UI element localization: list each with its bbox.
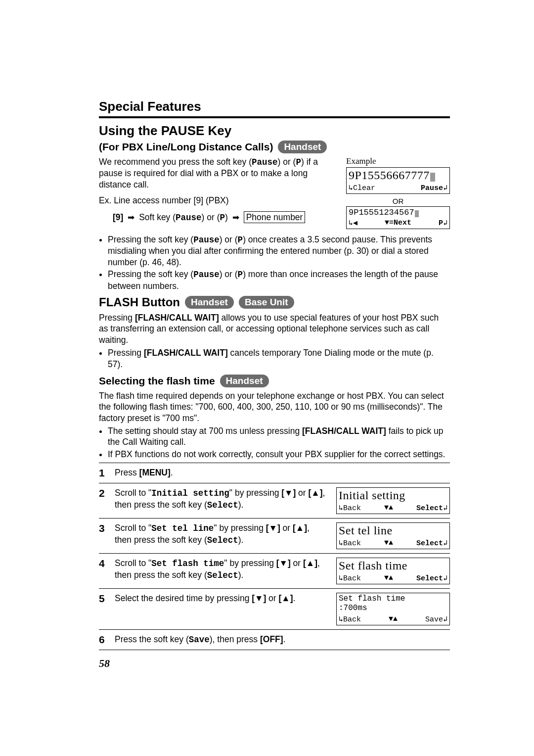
softkey-arrow-right-icon: ↲ xyxy=(443,504,447,513)
softkey-arrow-right-icon: ↲ xyxy=(443,219,447,228)
s3down: [▼] xyxy=(266,523,280,533)
s6save: Save xyxy=(189,635,210,645)
pause-subheading: (For PBX Line/Long Distance Calls) xyxy=(99,141,273,153)
selecting-bullet-2: If PBX functions do not work correctly, … xyxy=(108,449,450,460)
arrow-icon: ➡ xyxy=(128,212,134,223)
s5-lcd-line2: :700ms xyxy=(339,604,447,613)
pill-base-unit: Base Unit xyxy=(239,296,294,309)
s3b: " by pressing xyxy=(214,523,266,533)
seq-or: ) or ( xyxy=(202,212,220,222)
s5c: . xyxy=(293,593,296,603)
s5-lcd-left: Back xyxy=(343,615,361,624)
softkey-arrow-left-icon: ↳ xyxy=(349,219,353,228)
softkey-arrow-right-icon: ↲ xyxy=(443,539,447,548)
step-number-2: 2 xyxy=(99,487,109,499)
s5b: or xyxy=(266,593,278,603)
softkey-arrow-left-icon: ↳ xyxy=(349,184,353,192)
lcd2-right: P xyxy=(439,219,443,228)
phone-number-box: Phone number xyxy=(244,211,306,223)
s2-lcd-left: Back xyxy=(343,504,361,513)
softkey-arrow-left-icon: ↳ xyxy=(339,574,343,583)
step-2-text: Scroll to "Initial setting" by pressing … xyxy=(115,487,330,511)
s4-lcd-main: Set flash time xyxy=(339,559,447,572)
divider xyxy=(99,116,450,118)
triangle-left-icon xyxy=(353,219,357,228)
s4-lcd-right: Select xyxy=(416,574,443,583)
flash-bullet-1: Pressing [FLASH/CALL WAIT] cancels tempo… xyxy=(108,347,450,370)
s4code: Set flash time xyxy=(151,559,224,568)
s2-lcd-main: Initial setting xyxy=(339,489,447,502)
p-label-4: P xyxy=(238,270,243,280)
s4sel: Select xyxy=(207,570,238,580)
s5-lcd-mid: ▼▲ xyxy=(389,615,398,623)
s3a: Scroll to " xyxy=(115,523,151,533)
lcd2-mid: ▼=Next xyxy=(385,219,411,227)
pb2a: Pressing the soft key ( xyxy=(108,269,193,279)
pb2b: ) or ( xyxy=(220,269,238,279)
selecting-bullet-1: The setting should stay at 700 ms unless… xyxy=(108,425,450,448)
lcd-example-2: 9P15551234567 ↳ ▼=Next P↲ xyxy=(346,206,450,229)
s3c: or xyxy=(280,523,293,533)
s3sel: Select xyxy=(207,535,238,545)
flash-call-wait-3: [FLASH/CALL WAIT] xyxy=(302,426,386,436)
step-4-text: Scroll to "Set flash time" by pressing [… xyxy=(115,558,330,581)
s4b: " by pressing xyxy=(224,558,276,568)
or-label: OR xyxy=(346,197,450,205)
pause-label-1: Pause xyxy=(252,157,278,167)
pause-label-4: Pause xyxy=(193,270,220,280)
ex-line: Ex. Line access number [9] (PBX) xyxy=(99,195,339,206)
s6a: Press the soft key ( xyxy=(115,634,189,644)
s4a: Scroll to " xyxy=(115,558,151,568)
s4down: [▼] xyxy=(276,558,291,568)
step-3-text: Scroll to "Set tel line" by pressing [▼]… xyxy=(115,522,330,546)
section-title: Special Features xyxy=(99,99,450,114)
cursor-icon xyxy=(415,210,419,217)
fb1a: Pressing xyxy=(108,348,144,358)
step-number-6: 6 xyxy=(99,634,109,646)
step-number-3: 3 xyxy=(99,522,109,534)
p-label-3: P xyxy=(238,235,243,245)
pause-bullet-2: Pressing the soft key (Pause) or (P) mor… xyxy=(108,269,450,291)
s1a: Press xyxy=(115,468,139,477)
pause-label-2: Pause xyxy=(176,213,202,223)
softkey-arrow-right-icon: ↲ xyxy=(443,574,447,583)
softkey-arrow-left-icon: ↳ xyxy=(339,504,343,513)
s5-lcd-line1: Set flash time xyxy=(339,594,447,604)
s1menu: [MENU] xyxy=(139,468,171,477)
s2-lcd-right: Select xyxy=(416,504,443,513)
pb1b: ) or ( xyxy=(220,235,238,244)
s6off: [OFF] xyxy=(260,634,283,644)
softkey-arrow-left-icon: ↳ xyxy=(339,615,343,624)
s5up: [▲] xyxy=(279,593,293,603)
s3-lcd-main: Set tel line xyxy=(339,524,447,537)
flash-call-wait-2: [FLASH/CALL WAIT] xyxy=(144,348,228,358)
s2c: or xyxy=(296,488,308,498)
sb1a: The setting should stay at 700 ms unless… xyxy=(108,426,302,436)
pb1a: Pressing the soft key ( xyxy=(108,235,193,244)
sequence: [9] ➡ Soft key (Pause) or (P) ➡ Phone nu… xyxy=(113,211,339,223)
lcd-step-5: Set flash time :700ms ↳Back ▼▲ Save↲ xyxy=(336,593,450,625)
softkey-arrow-right-icon: ↲ xyxy=(443,184,447,192)
pill-handset: Handset xyxy=(220,375,269,387)
step-number-4: 4 xyxy=(99,558,109,569)
s2sel: Select xyxy=(207,500,238,510)
s1b: . xyxy=(171,468,173,477)
lcd-step-2: Initial setting ↳Back ▼▲ Select↲ xyxy=(336,487,450,514)
pause-intro-1: We recommend you press the soft key ( xyxy=(99,157,252,167)
lcd-step-4: Set flash time ↳Back ▼▲ Select↲ xyxy=(336,558,450,584)
seq-9: [9] xyxy=(113,212,123,222)
s3e: ). xyxy=(238,535,244,545)
s2up: [▲] xyxy=(309,488,323,498)
s5a: Select the desired time by pressing xyxy=(115,593,252,603)
s3-lcd-right: Select xyxy=(416,539,443,548)
pause-bullet-1: Pressing the soft key (Pause) or (P) onc… xyxy=(108,234,450,268)
s3-lcd-left: Back xyxy=(343,539,361,548)
fp1a: Pressing xyxy=(99,313,135,323)
s3up: [▲] xyxy=(293,523,307,533)
flash-para: Pressing [FLASH/CALL WAIT] allows you to… xyxy=(99,312,450,345)
arrow-icon: ➡ xyxy=(232,212,239,223)
s4-lcd-mid: ▼▲ xyxy=(384,574,393,582)
lcd-example-1: 9P15556667777 ↳Clear Pause↲ xyxy=(346,167,450,194)
s4c: or xyxy=(291,558,303,568)
step-number-1: 1 xyxy=(99,467,109,479)
